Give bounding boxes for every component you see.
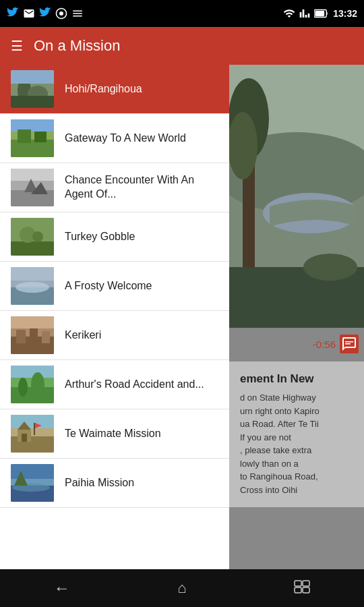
item-title-turkey: Turkey Gobble — [65, 230, 135, 244]
clock: 13:32 — [333, 8, 357, 19]
thumb-image-waimate — [11, 415, 54, 453]
thumb-image-gateway — [11, 119, 54, 157]
svg-rect-62 — [303, 581, 309, 586]
list-item[interactable]: Gateway To A New World — [0, 114, 229, 163]
podcast-icon — [55, 7, 67, 20]
status-bar: 13:32 — [0, 0, 364, 27]
main-content: Hohi/Rangihoua Gateway To A New World — [0, 65, 364, 569]
item-thumbnail-hohi — [11, 70, 54, 108]
thumb-image-arthur — [11, 366, 54, 403]
content-heading: ement In New — [240, 372, 353, 386]
item-thumbnail-paihia — [11, 464, 54, 502]
svg-rect-2 — [315, 11, 325, 16]
thumb-image-hohi — [11, 70, 54, 108]
item-thumbnail-waimate — [11, 415, 54, 453]
item-title-arthur: Arthur's Road Accident and... — [65, 378, 204, 392]
notification-icons — [7, 7, 84, 20]
list-item[interactable]: Kerikeri — [0, 311, 229, 360]
svg-rect-12 — [34, 132, 47, 142]
item-title-frosty: A Frosty Welcome — [65, 279, 152, 293]
item-thumbnail-chance — [11, 169, 54, 206]
svg-rect-11 — [18, 129, 31, 143]
item-thumbnail-gateway — [11, 119, 54, 157]
list-item[interactable]: Turkey Gobble — [0, 212, 229, 262]
svg-rect-29 — [16, 330, 26, 343]
svg-point-21 — [32, 231, 43, 242]
thumb-image-kerikeri — [11, 316, 54, 354]
app-bar: ☰ On a Mission — [0, 27, 364, 65]
list-item[interactable]: Paihia Mission — [0, 459, 229, 508]
content-body: d on State Highway urn right onto Kapiro… — [240, 391, 353, 496]
back-button[interactable]: ← — [40, 573, 84, 603]
right-panel: -0:56 ement In New d on State Highway ur… — [229, 65, 364, 569]
svg-point-35 — [18, 378, 28, 397]
item-title-kerikeri: Kerikeri — [65, 328, 101, 343]
content-text-area: ement In New d on State Highway urn righ… — [229, 362, 364, 507]
hamburger-icon[interactable]: ☰ — [11, 38, 23, 54]
svg-rect-6 — [11, 96, 54, 108]
timer-area: -0:56 — [313, 335, 359, 353]
svg-point-55 — [229, 112, 257, 179]
painting-svg — [229, 65, 364, 328]
svg-rect-59 — [345, 341, 353, 343]
recents-icon — [294, 580, 310, 594]
item-title-hohi: Hohi/Rangihoua — [65, 82, 142, 96]
svg-rect-63 — [295, 587, 301, 593]
svg-rect-9 — [11, 140, 54, 157]
wifi-icon — [283, 7, 295, 20]
twitter-icon-2 — [39, 7, 51, 20]
item-thumbnail-turkey — [11, 218, 54, 256]
painting-image — [229, 65, 364, 328]
item-thumbnail-arthur — [11, 366, 54, 403]
item-title-chance: Chance Encounter With An Agent Of... — [65, 173, 218, 202]
app-bar-title: On a Mission — [34, 37, 120, 55]
twitter-icon-1 — [7, 7, 19, 20]
list-item[interactable]: A Frosty Welcome — [0, 262, 229, 311]
recents-button[interactable] — [280, 573, 324, 603]
item-thumbnail-kerikeri — [11, 316, 54, 354]
thumb-image-chance — [11, 169, 54, 206]
thumb-image-turkey — [11, 218, 54, 256]
status-indicators: 13:32 — [283, 7, 357, 20]
item-title-gateway: Gateway To A New World — [65, 132, 186, 146]
svg-rect-31 — [42, 331, 50, 343]
item-thumbnail-frosty — [11, 267, 54, 305]
list-item[interactable]: Chance Encounter With An Agent Of... — [0, 163, 229, 212]
signal-icon — [299, 7, 310, 20]
chat-icon[interactable] — [340, 335, 359, 353]
bottom-nav-bar: ← ⌂ — [0, 569, 364, 607]
svg-rect-19 — [11, 241, 54, 256]
svg-point-25 — [16, 282, 49, 293]
thumb-image-frosty — [11, 267, 54, 305]
svg-point-36 — [31, 372, 44, 397]
svg-rect-60 — [345, 343, 351, 345]
item-title-waimate: Te Waimate Mission — [65, 427, 161, 441]
svg-rect-47 — [11, 464, 54, 479]
svg-rect-7 — [11, 70, 54, 84]
thumb-image-paihia — [11, 464, 54, 502]
navigation-drawer: Hohi/Rangihoua Gateway To A New World — [0, 65, 229, 569]
svg-rect-38 — [11, 436, 54, 453]
mail-icon — [23, 7, 35, 20]
svg-rect-28 — [11, 316, 54, 328]
svg-rect-42 — [22, 434, 27, 442]
svg-rect-15 — [11, 169, 54, 181]
svg-rect-10 — [11, 119, 54, 132]
svg-rect-34 — [11, 366, 54, 378]
svg-rect-24 — [11, 267, 54, 281]
svg-rect-64 — [303, 587, 309, 593]
battery-icon — [314, 9, 329, 18]
list-item[interactable]: Hohi/Rangihoua — [0, 65, 229, 114]
svg-rect-30 — [30, 328, 38, 343]
svg-rect-43 — [34, 423, 35, 435]
svg-rect-61 — [295, 581, 301, 586]
svg-rect-39 — [11, 415, 54, 428]
list-item[interactable]: Arthur's Road Accident and... — [0, 360, 229, 409]
svg-point-58 — [303, 254, 357, 281]
list-item[interactable]: Te Waimate Mission — [0, 409, 229, 459]
item-title-paihia: Paihia Mission — [65, 476, 134, 490]
home-button[interactable]: ⌂ — [164, 574, 200, 602]
bars-icon — [71, 7, 84, 20]
timer-display: -0:56 — [313, 339, 336, 350]
